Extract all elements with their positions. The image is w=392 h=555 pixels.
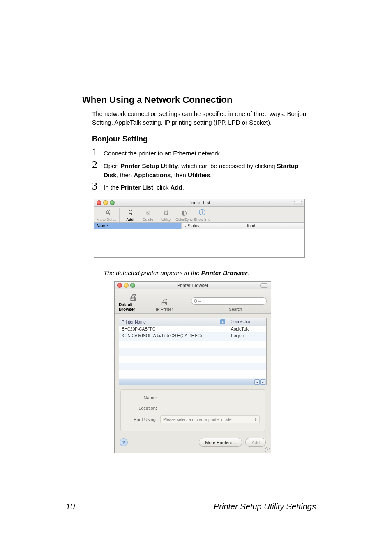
printer-browser-window: Printer Browser 🖨 Default Browser 🖨 IP P… — [114, 281, 271, 453]
ip-printer-icon: 🖨 — [157, 296, 172, 307]
text-fragment: , click — [153, 184, 171, 191]
add-button[interactable]: Add — [245, 438, 266, 447]
text-fragment: , then — [117, 171, 134, 178]
column-headers: Name ▴ Status Kind — [94, 223, 304, 229]
list-body-empty — [94, 229, 304, 257]
default-browser-icon: 🖨 — [126, 292, 141, 303]
list-item[interactable]: BHC20P-CABFFC AppleTalk — [119, 326, 266, 333]
add-printer-icon: 🖨 — [125, 208, 135, 217]
title-bar: Printer Browser — [115, 282, 271, 289]
text-fragment: . — [247, 269, 249, 276]
step-number: 1 — [92, 147, 104, 157]
toolbar: 🖨 Make Default 🖨 Add ⦸ Delete ⚙ Utility … — [94, 207, 304, 223]
footer-title: Printer Setup Utility Settings — [214, 502, 316, 511]
step-number: 3 — [92, 181, 104, 192]
page-number: 10 — [66, 502, 75, 511]
text-bold: Printer Setup Utility — [120, 162, 178, 169]
step-1: 1 Connect the printer to an Ethernet net… — [92, 147, 310, 158]
horizontal-scrollbar[interactable]: ◂ ▸ — [119, 379, 266, 385]
step-text: Connect the printer to an Ethernet netwo… — [104, 149, 221, 158]
printer-details-form: Name: Location: Print Using: Please sele… — [120, 389, 265, 431]
dialog-footer: ? More Printers... Add — [115, 434, 271, 453]
window-title: Printer List — [94, 200, 304, 205]
tab-label: Default Browser — [119, 303, 148, 312]
search-label: Search — [229, 307, 242, 312]
text-bold: Printer List — [121, 184, 153, 191]
tab-ip-printer[interactable]: 🖨 IP Printer — [150, 296, 179, 312]
help-button[interactable]: ? — [120, 438, 128, 446]
delete-icon: ⦸ — [143, 208, 153, 217]
scroll-right-icon[interactable]: ▸ — [260, 379, 265, 385]
toolbar-toggle-icon[interactable] — [260, 283, 268, 288]
print-using-label: Print Using: — [126, 417, 160, 422]
toolbar-label: Make Default — [97, 217, 118, 222]
toolbar-label: Show Info — [194, 217, 210, 222]
toolbar-label: Utility — [161, 217, 171, 222]
toolbar-toggle-icon[interactable] — [294, 201, 302, 205]
column-name[interactable]: Name — [94, 223, 182, 229]
info-icon: ⓘ — [197, 208, 207, 217]
utility-icon: ⚙ — [161, 208, 171, 217]
text-fragment: Open — [104, 162, 120, 169]
printer-name-cell: BHC20P-CABFFC — [119, 326, 228, 332]
list-item[interactable]: KONICA MINOLTA bizhub C20P(CA:BF:FC) Bon… — [119, 333, 266, 339]
window-title: Printer Browser — [115, 283, 271, 288]
step-text: Open Printer Setup Utility, which can be… — [104, 162, 310, 180]
toolbar-label: Delete — [143, 217, 153, 222]
delete-button[interactable]: ⦸ Delete — [139, 208, 157, 222]
list-header: Printer Name ▴ Connection — [119, 318, 266, 326]
add-button[interactable]: 🖨 Add — [119, 208, 138, 222]
printer-name-cell: KONICA MINOLTA bizhub C20P(CA:BF:FC) — [119, 333, 228, 339]
toolbar-label: Add — [126, 217, 134, 222]
list-body: BHC20P-CABFFC AppleTalk KONICA MINOLTA b… — [119, 326, 266, 379]
column-connection[interactable]: Connection — [228, 318, 266, 326]
toolbar-label: ColorSync — [175, 217, 193, 222]
text-fragment: In the — [104, 184, 121, 191]
step-text: In the Printer List, click Add. — [104, 183, 184, 192]
column-label: Status — [188, 224, 199, 228]
column-status[interactable]: ▴ Status — [182, 223, 244, 229]
location-label: Location: — [126, 406, 160, 411]
search-input[interactable]: Q – — [191, 297, 267, 305]
printer-list: Printer Name ▴ Connection BHC20P-CABFFC … — [119, 318, 267, 385]
search-divider: – — [198, 299, 201, 303]
text-bold: Applications — [134, 171, 171, 178]
more-printers-button[interactable]: More Printers... — [199, 438, 242, 447]
sort-asc-icon: ▴ — [220, 319, 225, 324]
caption: The detected printer appears in the Prin… — [104, 269, 310, 276]
text-fragment: , which can be accessed by clicking — [178, 162, 277, 169]
show-info-button[interactable]: ⓘ Show Info — [194, 208, 211, 222]
printer-icon: 🖨 — [103, 208, 113, 217]
text-bold: Utilities — [188, 171, 210, 178]
text-bold: Printer Browser — [201, 269, 248, 276]
column-label: Printer Name — [122, 320, 146, 324]
colorsync-button[interactable]: ◐ ColorSync — [175, 208, 193, 222]
column-printer-name[interactable]: Printer Name ▴ — [119, 318, 228, 326]
chevron-updown-icon: ▴▾ — [255, 417, 257, 422]
name-field[interactable] — [160, 394, 260, 401]
section-heading: When Using a Network Connection — [82, 95, 310, 105]
title-bar: Printer List — [94, 199, 304, 207]
text-fragment: , then — [171, 171, 188, 178]
connection-cell: Bonjour — [228, 333, 266, 339]
print-using-select[interactable]: Please select a driver or printer model … — [160, 415, 260, 423]
scroll-left-icon[interactable]: ◂ — [254, 379, 260, 385]
printer-list-window: Printer List 🖨 Make Default 🖨 Add ⦸ Dele… — [94, 199, 305, 258]
utility-button[interactable]: ⚙ Utility — [157, 208, 175, 222]
subsection-heading: Bonjour Setting — [92, 135, 310, 143]
make-default-button[interactable]: 🖨 Make Default — [97, 208, 118, 222]
step-number: 2 — [92, 160, 104, 170]
location-field[interactable] — [160, 405, 260, 412]
intro-paragraph: The network connection settings can be s… — [92, 109, 310, 127]
resize-grip-icon[interactable] — [265, 447, 270, 452]
column-kind[interactable]: Kind — [244, 223, 304, 229]
sort-asc-icon: ▴ — [185, 224, 187, 228]
connection-cell: AppleTalk — [228, 326, 266, 332]
tab-default-browser[interactable]: 🖨 Default Browser — [119, 292, 148, 312]
steps-list: 1 Connect the printer to an Ethernet net… — [92, 147, 310, 192]
footer-rule — [66, 497, 316, 497]
text-fragment: . — [210, 171, 212, 178]
text-fragment: . — [182, 184, 184, 191]
text-fragment: The detected printer appears in the — [104, 269, 201, 276]
text-bold: Add — [171, 184, 182, 191]
